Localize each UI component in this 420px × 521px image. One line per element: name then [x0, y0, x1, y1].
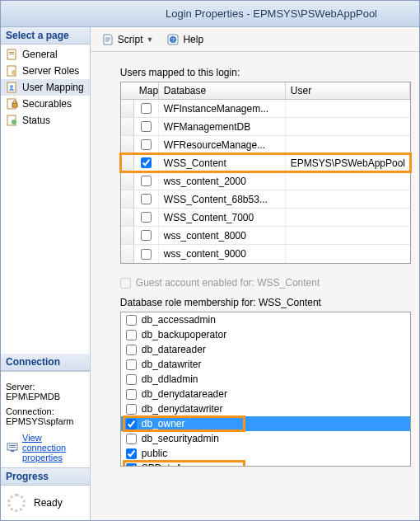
left-panel: Select a page GeneralServer RolesUser Ma… — [1, 27, 91, 520]
role-item[interactable]: SPDataAccess — [121, 461, 410, 467]
mapping-row[interactable]: WFResourceManage... — [121, 136, 410, 154]
user-cell[interactable] — [286, 227, 410, 244]
map-checkbox[interactable] — [141, 139, 152, 150]
row-header[interactable] — [121, 245, 134, 263]
user-cell[interactable] — [286, 172, 410, 190]
map-checkbox[interactable] — [141, 103, 152, 114]
map-checkbox[interactable] — [141, 157, 152, 168]
row-header[interactable] — [121, 190, 134, 208]
view-connection-link[interactable]: View connection properties — [22, 433, 85, 462]
mapping-row[interactable]: WSS_Content_68b53... — [121, 190, 410, 209]
role-item[interactable]: public — [121, 446, 410, 461]
row-header[interactable] — [121, 100, 134, 117]
map-checkbox[interactable] — [141, 230, 152, 241]
database-cell[interactable]: wss_content_8000 — [159, 227, 286, 244]
role-item[interactable]: db_datareader — [121, 342, 410, 357]
role-item[interactable]: db_ddladmin — [121, 372, 410, 387]
map-cell[interactable] — [134, 100, 159, 117]
progress-spinner-icon — [7, 494, 26, 512]
help-button[interactable]: ? Help — [161, 31, 209, 49]
help-label: Help — [183, 34, 203, 45]
svg-point-4 — [12, 70, 16, 75]
mapping-row[interactable]: WSS_Content_7000 — [121, 209, 410, 227]
database-cell[interactable]: WSS_Content — [159, 154, 286, 171]
mapping-row[interactable]: wss_content_9000 — [121, 245, 410, 263]
role-checkbox[interactable] — [126, 434, 137, 444]
role-name: db_datareader — [142, 344, 206, 355]
mapping-row[interactable]: WSS_ContentEPMSYS\PSWebAppPool — [121, 154, 410, 172]
role-checkbox[interactable] — [126, 404, 137, 415]
mapping-row[interactable]: WFManagementDB — [121, 118, 410, 136]
row-header[interactable] — [121, 118, 134, 135]
database-cell[interactable]: WSS_Content_7000 — [159, 209, 286, 226]
role-checkbox[interactable] — [126, 345, 137, 355]
role-item[interactable]: db_denydatawriter — [121, 401, 410, 416]
view-connection-row[interactable]: View connection properties — [6, 433, 85, 462]
user-cell[interactable] — [286, 100, 410, 117]
row-header[interactable] — [121, 136, 134, 153]
row-header[interactable] — [121, 209, 134, 226]
role-name: db_backupoperator — [142, 329, 226, 340]
row-header[interactable] — [121, 154, 134, 171]
user-cell[interactable] — [286, 190, 410, 208]
mapping-row[interactable]: WFInstanceManagem... — [121, 100, 410, 118]
role-item[interactable]: db_backupoperator — [121, 327, 410, 342]
row-header[interactable] — [121, 172, 134, 190]
role-checkbox[interactable] — [126, 315, 137, 326]
role-checkbox[interactable] — [126, 359, 137, 370]
database-cell[interactable]: WFInstanceManagem... — [159, 100, 286, 117]
col-database[interactable]: Database — [159, 82, 286, 99]
role-checkbox[interactable] — [126, 463, 137, 467]
role-checkbox[interactable] — [126, 448, 137, 459]
map-cell[interactable] — [134, 118, 159, 135]
page-item-status[interactable]: Status — [1, 112, 90, 129]
user-cell[interactable]: EPMSYS\PSWebAppPool — [286, 154, 410, 171]
map-cell[interactable] — [134, 245, 159, 263]
role-checkbox[interactable] — [126, 330, 137, 340]
role-item[interactable]: db_denydatareader — [121, 387, 410, 401]
user-cell[interactable] — [286, 209, 410, 226]
page-item-user-mapping[interactable]: User Mapping — [1, 79, 90, 96]
mapping-row[interactable]: wss_content_2000 — [121, 172, 410, 190]
mapping-label: Users mapped to this login: — [120, 67, 411, 78]
role-list[interactable]: db_accessadmindb_backupoperatordb_datare… — [120, 312, 411, 467]
map-checkbox[interactable] — [141, 212, 152, 223]
role-item[interactable]: db_owner — [121, 416, 410, 431]
map-cell[interactable] — [134, 227, 159, 244]
map-cell[interactable] — [134, 172, 159, 190]
map-cell[interactable] — [134, 136, 159, 153]
map-cell[interactable] — [134, 190, 159, 208]
map-cell[interactable] — [134, 154, 159, 171]
mapping-grid[interactable]: Map Database User WFInstanceManagem...WF… — [120, 82, 411, 264]
user-cell[interactable] — [286, 245, 410, 263]
database-cell[interactable]: wss_content_2000 — [159, 172, 286, 190]
database-cell[interactable]: WFManagementDB — [159, 118, 286, 135]
database-cell[interactable]: WFResourceManage... — [159, 136, 286, 153]
map-cell[interactable] — [134, 209, 159, 226]
user-cell[interactable] — [286, 136, 410, 153]
col-map[interactable]: Map — [134, 82, 159, 99]
col-user[interactable]: User — [286, 82, 410, 99]
role-item[interactable]: db_securityadmin — [121, 431, 410, 446]
page-item-server-roles[interactable]: Server Roles — [1, 63, 90, 79]
connection-value: EPMSYS\spfarm — [6, 416, 85, 426]
role-item[interactable]: db_datawriter — [121, 357, 410, 372]
database-cell[interactable]: WSS_Content_68b53... — [159, 190, 286, 208]
page-icon — [6, 64, 19, 77]
role-checkbox[interactable] — [126, 374, 137, 385]
mapping-row[interactable]: wss_content_8000 — [121, 227, 410, 245]
page-item-general[interactable]: General — [1, 46, 90, 63]
row-header[interactable] — [121, 227, 134, 244]
script-button[interactable]: Script ▼ — [96, 31, 160, 49]
map-checkbox[interactable] — [141, 194, 152, 204]
role-name: db_datawriter — [142, 359, 202, 370]
database-cell[interactable]: wss_content_9000 — [159, 245, 286, 263]
page-item-securables[interactable]: Securables — [1, 96, 90, 112]
map-checkbox[interactable] — [141, 121, 152, 132]
role-checkbox[interactable] — [126, 389, 137, 400]
role-item[interactable]: db_accessadmin — [121, 312, 410, 327]
map-checkbox[interactable] — [141, 176, 152, 186]
map-checkbox[interactable] — [141, 249, 152, 260]
user-cell[interactable] — [286, 118, 410, 135]
role-checkbox[interactable] — [126, 419, 137, 429]
